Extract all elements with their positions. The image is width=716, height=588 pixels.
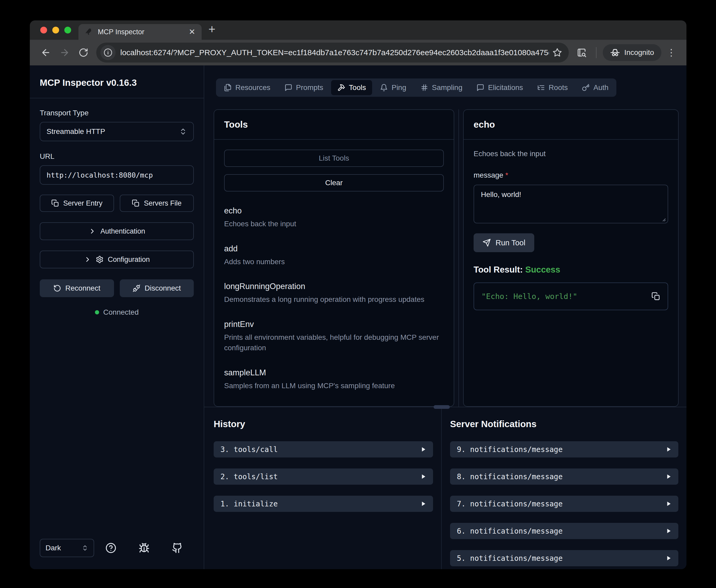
expand-arrow-icon[interactable]: [666, 474, 672, 480]
main-content: ResourcesPromptsToolsPingSamplingElicita…: [204, 65, 687, 569]
tab-elicitations[interactable]: Elicitations: [470, 80, 529, 95]
expand-arrow-icon[interactable]: [666, 528, 672, 534]
expand-arrow-icon[interactable]: [420, 474, 426, 480]
incognito-badge: Incognito: [603, 44, 661, 61]
rotate-ccw-icon: [53, 284, 61, 292]
servers-file-button[interactable]: Servers File: [120, 195, 194, 212]
server-url-input[interactable]: http://localhost:8080/mcp: [40, 165, 194, 185]
browser-toolbar: localhost:6274/?MCP_PROXY_AUTH_TOKEN=ec1…: [30, 40, 687, 65]
splitter-drag-handle[interactable]: [434, 405, 450, 409]
bottom-section: History 3. tools/call2. tools/list1. ini…: [204, 407, 687, 569]
notification-row[interactable]: 5. notifications/message: [450, 550, 678, 566]
history-row[interactable]: 3. tools/call: [214, 441, 433, 458]
theme-value: Dark: [45, 544, 61, 552]
tool-result-line: Tool Result: Success: [474, 265, 668, 275]
transport-type-value: Streamable HTTP: [46, 127, 105, 136]
run-tool-button[interactable]: Run Tool: [474, 233, 534, 252]
zoom-window-button[interactable]: [64, 27, 71, 34]
side-panel-search-icon[interactable]: [573, 44, 590, 61]
browser-tab[interactable]: MCP Inspector ✕: [79, 24, 202, 40]
tool-description: Adds two numbers: [224, 257, 444, 267]
configuration-button[interactable]: Configuration: [40, 251, 194, 268]
notification-row[interactable]: 9. notifications/message: [450, 441, 678, 458]
reconnect-button[interactable]: Reconnect: [40, 279, 114, 297]
panel-resize-handle[interactable]: [454, 109, 463, 407]
tool-item-add[interactable]: addAdds two numbers: [224, 244, 444, 267]
minimize-window-button[interactable]: [52, 27, 59, 34]
chevrons-up-down-icon: [82, 545, 88, 551]
tool-name: add: [224, 244, 444, 253]
clear-tools-button[interactable]: Clear: [224, 174, 444, 191]
address-bar[interactable]: localhost:6274/?MCP_PROXY_AUTH_TOKEN=ec1…: [96, 43, 569, 63]
notification-row[interactable]: 6. notifications/message: [450, 523, 678, 539]
sidebar-footer: Dark: [30, 539, 204, 569]
browser-menu-icon[interactable]: ⋮: [664, 47, 679, 58]
reload-button[interactable]: [75, 44, 91, 61]
tool-list: echoEchoes back the inputaddAdds two num…: [224, 206, 444, 391]
back-button[interactable]: [38, 44, 54, 61]
close-window-button[interactable]: [40, 27, 47, 34]
tab-ping[interactable]: Ping: [374, 80, 412, 95]
notification-row[interactable]: 8. notifications/message: [450, 468, 678, 485]
new-tab-button[interactable]: +: [209, 23, 216, 35]
github-icon[interactable]: [172, 543, 183, 553]
server-entry-button[interactable]: Server Entry: [40, 195, 114, 212]
url-label: URL: [40, 152, 194, 161]
tab-title: MCP Inspector: [98, 28, 184, 36]
history-row[interactable]: 1. initialize: [214, 496, 433, 512]
gear-icon: [96, 255, 104, 264]
connected-dot-icon: [95, 310, 99, 314]
theme-select[interactable]: Dark: [40, 539, 94, 557]
tool-item-printenv[interactable]: printEnvPrints all environment variables…: [224, 320, 444, 353]
notification-row[interactable]: 7. notifications/message: [450, 496, 678, 512]
history-panel: History 3. tools/call2. tools/list1. ini…: [204, 407, 442, 569]
tools-panel-title: Tools: [214, 110, 454, 140]
disconnect-button[interactable]: Disconnect: [120, 279, 194, 297]
tab-resources[interactable]: Resources: [218, 80, 277, 95]
tab-sampling[interactable]: Sampling: [414, 80, 469, 95]
expand-arrow-icon[interactable]: [420, 501, 426, 507]
bug-icon[interactable]: [138, 543, 150, 553]
tool-item-longrunningoperation[interactable]: longRunningOperationDemonstrates a long …: [224, 282, 444, 305]
configuration-label: Configuration: [108, 255, 150, 264]
tools-panel: Tools List Tools Clear echoEchoes back t…: [214, 109, 454, 407]
history-list: 3. tools/call2. tools/list1. initialize: [214, 441, 433, 512]
expand-arrow-icon[interactable]: [666, 501, 672, 507]
expand-arrow-icon[interactable]: [666, 446, 672, 452]
browser-window: MCP Inspector ✕ + localhost:6274/?MCP_PR…: [30, 20, 687, 569]
bookmark-star-icon[interactable]: [552, 48, 562, 57]
row-label: 6. notifications/message: [457, 527, 563, 536]
tool-item-samplellm[interactable]: sampleLLMSamples from an LLM using MCP's…: [224, 368, 444, 391]
incognito-label: Incognito: [624, 48, 654, 57]
copy-result-icon[interactable]: [651, 292, 660, 301]
history-row[interactable]: 2. tools/list: [214, 468, 433, 485]
tool-description: Prints all environment variables, helpfu…: [224, 332, 444, 353]
row-label: 1. initialize: [220, 500, 278, 508]
authentication-button[interactable]: Authentication: [40, 222, 194, 240]
message-input[interactable]: Hello, world!: [474, 185, 668, 223]
message-square-icon: [476, 84, 484, 91]
forward-button[interactable]: [57, 44, 73, 61]
tab-prompts[interactable]: Prompts: [278, 80, 329, 95]
tab-label: Prompts: [296, 83, 323, 92]
tab-label: Resources: [235, 83, 270, 92]
expand-arrow-icon[interactable]: [420, 446, 426, 452]
resize-grip-icon[interactable]: [660, 216, 666, 222]
tab-tools[interactable]: Tools: [331, 80, 372, 95]
tab-close-icon[interactable]: ✕: [189, 28, 195, 36]
tool-name: sampleLLM: [224, 368, 444, 377]
section-tabs: ResourcesPromptsToolsPingSamplingElicita…: [216, 79, 616, 97]
row-label: 7. notifications/message: [457, 500, 563, 508]
tab-auth[interactable]: Auth: [576, 80, 615, 95]
expand-arrow-icon[interactable]: [666, 555, 672, 561]
tab-label: Ping: [391, 83, 406, 92]
tab-roots[interactable]: Roots: [531, 80, 574, 95]
tool-item-echo[interactable]: echoEchoes back the input: [224, 206, 444, 229]
site-info-icon[interactable]: [101, 45, 115, 60]
tool-description: Echoes back the input: [224, 219, 444, 229]
chevron-right-icon: [88, 227, 96, 235]
list-tools-button[interactable]: List Tools: [224, 150, 444, 167]
transport-type-select[interactable]: Streamable HTTP: [40, 122, 194, 141]
help-icon[interactable]: [105, 543, 116, 553]
tab-label: Tools: [349, 83, 366, 92]
